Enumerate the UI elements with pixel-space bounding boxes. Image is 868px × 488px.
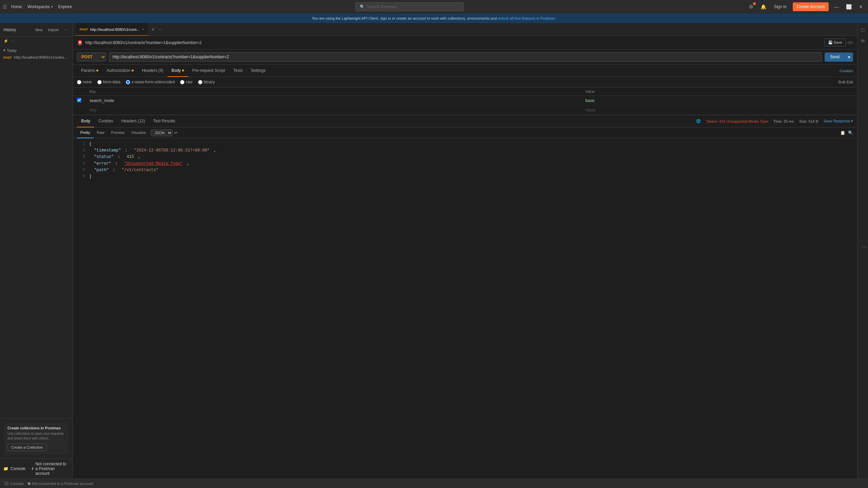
body-option-raw[interactable]: raw xyxy=(180,80,192,84)
format-tab-pretty[interactable]: Pretty xyxy=(77,127,94,138)
chevron-down-icon: ▾ xyxy=(3,48,5,53)
table-row: search_mode basic xyxy=(73,96,857,106)
body-option-form-data[interactable]: form-data xyxy=(97,80,120,84)
empty-value[interactable]: Value xyxy=(581,106,857,115)
tab-settings[interactable]: Settings xyxy=(247,65,270,77)
response-tab-headers[interactable]: Headers (12) xyxy=(117,115,149,127)
notification-icon[interactable]: 🔔 xyxy=(759,2,768,11)
tab-tests[interactable]: Tests xyxy=(229,65,247,77)
tab-close-icon[interactable]: ✕ xyxy=(142,27,144,31)
nav-workspaces[interactable]: Workspaces ▾ xyxy=(27,4,53,9)
status-text: Status: 415 Unsupported Media Type xyxy=(706,119,768,123)
create-collections-box: Create collections in Postman Use collec… xyxy=(4,423,68,454)
body-dot xyxy=(182,69,184,72)
settings-badge xyxy=(753,2,756,5)
json-line-5: 5 "path" : "/v1/contracts" xyxy=(77,167,853,174)
tab-pre-request[interactable]: Pre-request Script xyxy=(188,65,229,77)
settings-icon[interactable]: ⚙ xyxy=(747,2,756,11)
table-empty-row: Key Value xyxy=(73,106,857,115)
search-bar-container: 🔍 Search Postman xyxy=(75,2,744,11)
body-option-binary[interactable]: binary xyxy=(198,80,215,84)
nav-explore[interactable]: Explore xyxy=(58,4,72,9)
bulk-edit-button[interactable]: Bulk Edit xyxy=(839,80,853,84)
response-tab-cookies[interactable]: Cookies xyxy=(94,115,117,127)
format-tab-preview[interactable]: Preview xyxy=(108,127,128,138)
method-select[interactable]: POST GET PUT DELETE PATCH xyxy=(77,53,106,61)
status-bar: ⬛ Console Not connected to a Postman acc… xyxy=(0,479,868,488)
format-tab-raw[interactable]: Raw xyxy=(94,127,108,138)
sidebar-history-item[interactable]: POST http://localhost:8080/v1/contracts?… xyxy=(0,54,73,61)
status-bar-connection[interactable]: Not connected to a Postman account xyxy=(28,482,93,486)
tab-active[interactable]: POST http://localhost:8080/v1/cont... ✕ xyxy=(76,23,149,36)
create-collection-button[interactable]: Create a Collection xyxy=(7,444,47,451)
right-icon-2[interactable]: ✉ xyxy=(859,37,867,45)
save-button[interactable]: 💾 Save xyxy=(824,39,846,46)
import-button[interactable]: Import xyxy=(46,27,61,33)
more-options-icon[interactable]: ··· xyxy=(11,39,15,43)
content-area: POST http://localhost:8080/v1/cont... ✕ … xyxy=(73,23,857,479)
filter-icon[interactable]: ⚡ xyxy=(3,39,8,43)
globe-icon: 🌐 xyxy=(696,119,701,123)
top-bar-left: ☰ Home Workspaces ▾ Explore xyxy=(3,4,72,9)
format-select[interactable]: JSON XML Text xyxy=(151,129,173,136)
table-header-checkbox xyxy=(73,87,85,96)
postman-icon: 📮 xyxy=(77,40,83,45)
tab-more-button[interactable]: ··· xyxy=(157,27,163,32)
send-dropdown-button[interactable]: ▾ xyxy=(845,53,853,62)
send-btn-group: Send ▾ xyxy=(825,53,853,62)
tab-params[interactable]: Params xyxy=(77,65,102,77)
url-input[interactable]: http://localhost:8080/v1/contracts?numbe… xyxy=(109,52,822,62)
size-text: Size: 514 B xyxy=(799,119,818,123)
send-button[interactable]: Send xyxy=(825,53,845,62)
sidebar-section-today-header[interactable]: ▾ Today xyxy=(0,47,73,54)
unlock-features-link[interactable]: unlock all free features in Postman. xyxy=(498,16,556,20)
row-value[interactable]: basic xyxy=(581,96,857,106)
sidebar-title: History xyxy=(3,27,16,32)
restore-icon[interactable]: ⬜ xyxy=(844,2,853,11)
row-key[interactable]: search_mode xyxy=(85,96,581,106)
auth-dot xyxy=(132,69,134,72)
sidebar-filter: ⚡ ··· xyxy=(0,37,73,45)
banner: You are using the Lightweight API Client… xyxy=(0,14,868,23)
search-response-icon[interactable]: 🔍 xyxy=(848,130,853,135)
right-icon-1[interactable]: ⬡ xyxy=(859,26,867,34)
tab-authorization[interactable]: Authorization xyxy=(102,65,138,77)
create-collections-title: Create collections in Postman xyxy=(7,426,65,430)
row-checkbox[interactable] xyxy=(77,98,81,102)
table-header-value: Value xyxy=(581,87,857,96)
format-tab-visualize[interactable]: Visualize xyxy=(128,127,150,138)
add-tab-button[interactable]: + xyxy=(149,26,157,33)
close-icon[interactable]: ✕ xyxy=(856,2,865,11)
response-tab-body[interactable]: Body xyxy=(77,115,94,127)
main-layout: History New Import ··· ⚡ ··· ▾ Today POS… xyxy=(0,23,868,479)
sidebar-more-button[interactable]: ··· xyxy=(62,27,69,33)
search-input[interactable]: 🔍 Search Postman xyxy=(355,2,464,11)
sidebar-bottom: Create collections in Postman Use collec… xyxy=(0,418,73,459)
cookies-link[interactable]: Cookies xyxy=(840,69,853,73)
response-tabs-bar: Body Cookies Headers (12) Test Results 🌐… xyxy=(73,115,857,127)
copy-icon[interactable]: 📋 xyxy=(840,130,845,135)
connection-dot xyxy=(28,482,31,485)
empty-key[interactable]: Key xyxy=(85,106,581,115)
body-options: none form-data x-www-form-urlencoded raw… xyxy=(73,77,857,87)
request-tabs: Params Authorization Headers (9) Body Pr… xyxy=(73,65,857,77)
console-label[interactable]: Console xyxy=(11,466,25,471)
body-option-none[interactable]: none xyxy=(77,80,92,84)
wrap-button[interactable]: ⇌ xyxy=(174,130,178,135)
signin-button[interactable]: Sign In xyxy=(771,3,789,11)
hamburger-icon[interactable]: ☰ xyxy=(3,4,7,9)
collections-icon[interactable]: 📁 xyxy=(3,466,8,471)
nav-home[interactable]: Home xyxy=(11,4,22,9)
code-icon[interactable]: </> xyxy=(847,40,853,45)
response-status-area: 🌐 Status: 415 Unsupported Media Type Tim… xyxy=(696,119,853,123)
tab-body[interactable]: Body xyxy=(167,65,188,77)
minimize-icon[interactable]: — xyxy=(832,2,841,11)
body-option-urlencoded[interactable]: x-www-form-urlencoded xyxy=(126,80,175,84)
status-bar-console[interactable]: ⬛ Console xyxy=(4,481,24,486)
new-button[interactable]: New xyxy=(33,27,45,33)
response-tab-test-results[interactable]: Test Results xyxy=(149,115,179,127)
nav-links: Home Workspaces ▾ Explore xyxy=(11,4,72,9)
save-response-button[interactable]: Save Response ▾ xyxy=(824,119,853,123)
create-account-button[interactable]: Create Account xyxy=(793,2,829,11)
tab-headers[interactable]: Headers (9) xyxy=(138,65,167,77)
